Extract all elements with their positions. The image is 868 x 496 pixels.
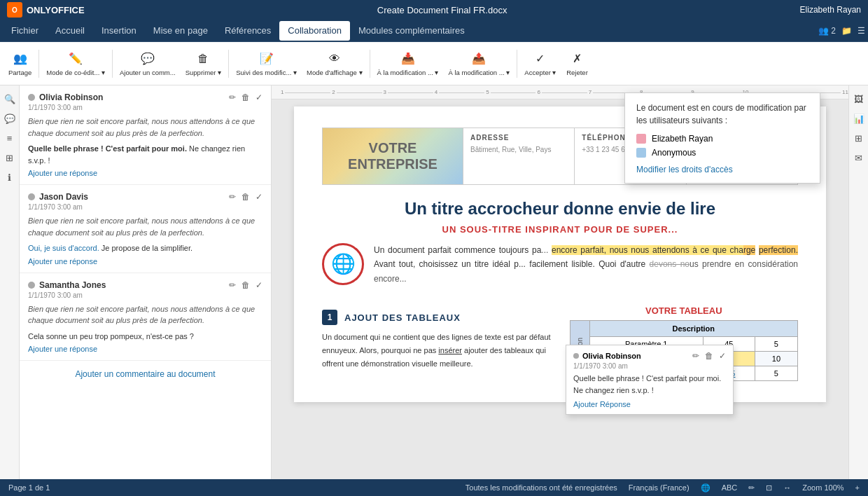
- collab-access-link[interactable]: Modifier les droits d'accès: [636, 165, 808, 174]
- menu-insertion[interactable]: Insertion: [93, 21, 145, 41]
- doc-section-header: 1 AJOUT DES TABLEAUX: [322, 310, 560, 325]
- right-sidebar-chart[interactable]: 📊: [851, 111, 867, 126]
- toolbar-divider-2: [112, 50, 113, 78]
- inline-delete-icon[interactable]: 🗑: [705, 351, 713, 361]
- comment-1-add-reply[interactable]: Ajouter une réponse: [28, 169, 262, 177]
- status-right: Toutes les modifications ont été enregis…: [465, 483, 860, 492]
- partage-label: Partage: [8, 69, 31, 76]
- add-comment-doc-link[interactable]: Ajouter un commentaire au document: [75, 369, 215, 379]
- toolbar-co-edit[interactable]: ✏️ Mode de co-édit... ▾: [42, 48, 109, 79]
- inline-comment-actions: ✏ 🗑 ✓: [692, 351, 726, 361]
- toolbar-mod2[interactable]: 📤 À la modification ... ▾: [444, 48, 514, 79]
- right-sidebar-mail[interactable]: ✉: [851, 150, 867, 165]
- folder-icon[interactable]: 📁: [841, 26, 852, 36]
- comment-2-text: Bien que rien ne soit encore parfait, no…: [28, 215, 262, 238]
- menu-accueil[interactable]: Accueil: [47, 21, 93, 41]
- comment-item-1: Olivia Robinson ✏ 🗑 ✓ 1/1/1970 3:00 am B…: [20, 85, 271, 185]
- track-status-icon[interactable]: ✏: [748, 483, 755, 492]
- view-mode-label: Mode d'affichage ▾: [307, 69, 363, 76]
- user-name-label: Elizabeth Rayan: [800, 5, 861, 15]
- toolbar: 👥 Partage ✏️ Mode de co-édit... ▾ 💬 Ajou…: [0, 42, 868, 85]
- toolbar-view-mode[interactable]: 👁 Mode d'affichage ▾: [302, 48, 367, 79]
- inline-comment-header: Olivia Robinson ✏ 🗑 ✓: [573, 351, 726, 361]
- table-header: Description: [589, 321, 797, 337]
- toolbar-mod1[interactable]: 📥 À la modification ... ▾: [373, 48, 443, 79]
- toolbar-accept[interactable]: ✓ Accepter ▾: [520, 48, 560, 79]
- comment-2-header: Jason Davis ✏ 🗑 ✓: [28, 192, 262, 202]
- right-sidebar: 🖼 📊 ⊞ ✉: [848, 85, 868, 479]
- comment-3-avatar: [28, 282, 35, 289]
- toolbar-divider-4: [370, 50, 370, 78]
- comment-1-date: 1/1/1970 3:00 am: [28, 104, 262, 111]
- comment-2-date: 1/1/1970 3:00 am: [28, 203, 262, 211]
- comment-3-add-reply[interactable]: Ajouter une réponse: [28, 345, 262, 353]
- inline-avatar: [573, 353, 579, 359]
- toolbar-reject[interactable]: ✗ Rejeter: [562, 48, 593, 79]
- zoom-fit-icon[interactable]: ↔: [783, 483, 791, 492]
- globe-icon: 🌐: [322, 243, 364, 285]
- comment-2-add-reply[interactable]: Ajouter une réponse: [28, 257, 262, 266]
- comment-2-delete[interactable]: 🗑: [241, 192, 250, 202]
- inline-comment-popup: Olivia Robinson ✏ 🗑 ✓ 1/1/1970 3:00 am Q…: [566, 345, 734, 415]
- collab-user-1-name: Elizabeth Rayan: [652, 134, 713, 144]
- comment-1-resolve[interactable]: ✓: [255, 92, 262, 102]
- sidebar-headers[interactable]: ≡: [2, 130, 18, 146]
- toolbar-delete[interactable]: 🗑 Supprimer ▾: [181, 48, 225, 79]
- users-icon[interactable]: 👥 2: [818, 26, 836, 36]
- inline-edit-icon[interactable]: ✏: [692, 351, 699, 361]
- sidebar-nav[interactable]: ⊞: [2, 150, 18, 165]
- delete-icon: 🗑: [195, 51, 211, 67]
- collab-popup: Le document est en cours de modification…: [624, 92, 820, 184]
- table-cell-val2-2: 10: [755, 352, 797, 366]
- add-comment-doc: Ajouter un commentaire au document: [20, 361, 271, 387]
- menu-fichier[interactable]: Fichier: [3, 21, 47, 41]
- menu-references[interactable]: Références: [216, 21, 279, 41]
- mod2-icon: 📤: [471, 51, 486, 67]
- fit-icon[interactable]: ⊡: [766, 483, 772, 492]
- comment-3-resolve[interactable]: ✓: [255, 280, 262, 290]
- zoom-label[interactable]: Zoom 100%: [802, 483, 844, 492]
- collab-dot-blue: [636, 148, 646, 158]
- zoom-in-icon[interactable]: +: [855, 483, 860, 492]
- right-sidebar-img[interactable]: 🖼: [851, 91, 867, 106]
- document-area: 1 2 3 4 5 6 7 8 9 10 11: [272, 85, 848, 479]
- comments-panel: Olivia Robinson ✏ 🗑 ✓ 1/1/1970 3:00 am B…: [20, 85, 272, 479]
- language-indicator[interactable]: Français (France): [629, 483, 690, 492]
- toolbar-partage[interactable]: 👥 Partage: [4, 48, 36, 79]
- comment-1-edit[interactable]: ✏: [229, 92, 236, 102]
- toolbar-add-comment[interactable]: 💬 Ajouter un comm...: [115, 48, 180, 79]
- sidebar-comments[interactable]: 💬: [2, 111, 18, 126]
- table-cell-val2-1: 5: [755, 337, 797, 352]
- menu-mise-en-page[interactable]: Mise en page: [145, 21, 216, 41]
- inline-comment-username: Olivia Robinson: [582, 352, 641, 360]
- comment-2-edit[interactable]: ✏: [229, 192, 236, 202]
- comment-3-delete[interactable]: 🗑: [241, 280, 250, 290]
- reject-icon: ✗: [570, 51, 585, 67]
- menu-collaboration[interactable]: Collaboration: [279, 21, 350, 41]
- inline-reply-link[interactable]: Ajouter Réponse: [573, 400, 726, 408]
- spell-check-icon[interactable]: ABC: [722, 483, 738, 492]
- track-icon: 📝: [259, 51, 274, 67]
- co-edit-label: Mode de co-édit... ▾: [46, 69, 105, 76]
- menu-icon[interactable]: ☰: [858, 26, 865, 36]
- mod1-label: À la modification ... ▾: [377, 69, 439, 76]
- comment-1-delete[interactable]: 🗑: [241, 92, 250, 102]
- comment-3-edit[interactable]: ✏: [229, 280, 236, 290]
- sidebar-info[interactable]: ℹ: [2, 170, 18, 185]
- inline-resolve-icon[interactable]: ✓: [719, 351, 726, 361]
- sidebar-search[interactable]: 🔍: [2, 91, 18, 106]
- toolbar-track[interactable]: 📝 Suivi des modific... ▾: [232, 48, 301, 79]
- menu-modules[interactable]: Modules complémentaires: [350, 21, 473, 41]
- comment-3-user: Samantha Jones: [28, 280, 106, 290]
- comment-1-text: Bien que rien ne soit encore parfait, no…: [28, 116, 262, 139]
- left-sidebar: 🔍 💬 ≡ ⊞ ℹ: [0, 85, 20, 479]
- comment-2-resolve[interactable]: ✓: [255, 192, 262, 202]
- right-sidebar-table[interactable]: ⊞: [851, 130, 867, 146]
- doc-logo-line2: ENTREPRISE: [348, 156, 438, 172]
- comment-3-text: Bien que rien ne soit encore parfait, no…: [28, 303, 262, 326]
- doc-body-1: 🌐 Un document parfait commence toujours …: [322, 243, 798, 286]
- doc-addr-col: ADRESSE Bâtiment, Rue, Ville, Pays: [463, 128, 574, 184]
- track-label: Suivi des modific... ▾: [236, 69, 297, 76]
- comment-1-header: Olivia Robinson ✏ 🗑 ✓: [28, 92, 262, 102]
- globe-status-icon: 🌐: [701, 483, 710, 492]
